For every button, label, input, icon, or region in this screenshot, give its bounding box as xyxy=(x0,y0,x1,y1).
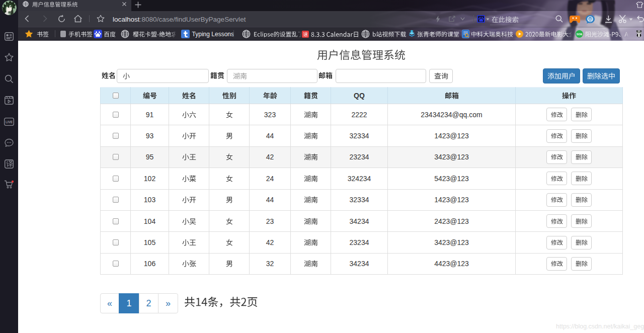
svg-text:LIVE: LIVE xyxy=(6,120,13,124)
svg-text:SOB: SOB xyxy=(577,33,583,36)
